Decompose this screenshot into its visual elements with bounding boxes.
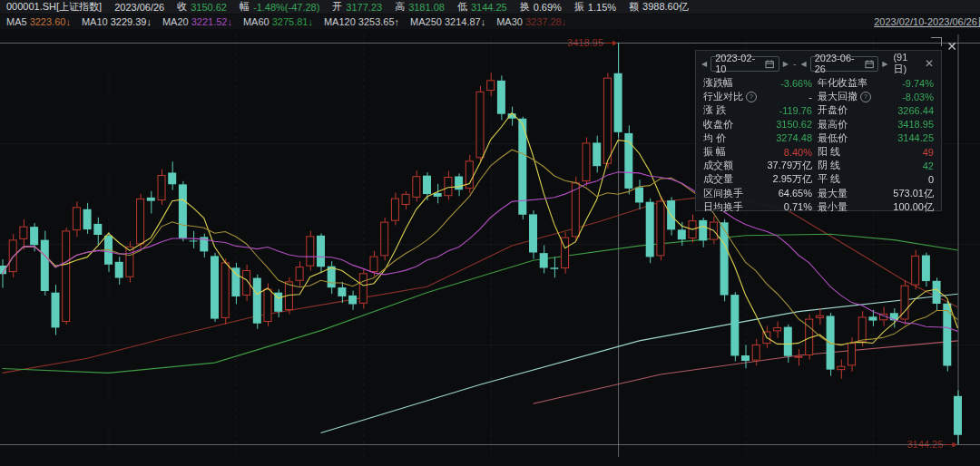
chart-area: ◀ 2023-02-10 ▶ - ◀ 2023-06-26 <box>0 29 980 466</box>
stat-label: 阳 线 <box>818 145 876 159</box>
stat-label: 日均换手 <box>703 200 760 214</box>
quote-field-label: 振 <box>574 0 584 14</box>
symbol-name[interactable]: 000001.SH[上证指数] <box>6 0 102 14</box>
stat-value: 0 <box>876 174 934 185</box>
stat-value: -119.76 <box>760 105 818 116</box>
stat-label: 均 价 <box>703 131 760 145</box>
stat-value: -8.03% <box>876 92 934 102</box>
start-date-picker[interactable]: 2023-02-10 <box>710 56 779 72</box>
info-icon[interactable]: ? <box>860 92 871 102</box>
stat-label: 振 幅 <box>703 145 760 159</box>
stat-label: 最大回撤? <box>818 90 876 103</box>
quote-field-label: 开 <box>332 0 342 14</box>
quote-field-value: 3177.23 <box>346 2 382 13</box>
stat-value: 3150.62 <box>760 119 818 130</box>
stats-panel-header: ◀ 2023-02-10 ▶ - ◀ 2023-06-26 <box>696 51 941 74</box>
start-date-value: 2023-02-10 <box>715 53 762 74</box>
end-date-prev-icon[interactable]: ◀ <box>801 60 807 68</box>
ma-value: 3223.60↓ <box>30 16 71 27</box>
ma-label: MA30 <box>496 16 523 27</box>
quote-bar: 000001.SH[上证指数] 2023/06/26 收3150.62幅-1.4… <box>0 0 980 15</box>
stat-label: 行业对比? <box>703 90 760 103</box>
stats-panel: ◀ 2023-02-10 ▶ - ◀ 2023-06-26 <box>695 50 942 211</box>
ma-legend-item: MA2503214.87↓ <box>410 16 485 27</box>
stat-value: 3144.25 <box>876 132 934 143</box>
range-days-label: (91日) <box>893 52 919 76</box>
end-date-value: 2023-06-26 <box>815 53 862 74</box>
stock-chart-app: 000001.SH[上证指数] 2023/06/26 收3150.62幅-1.4… <box>0 0 980 466</box>
quote-field: 高3181.08 <box>395 0 445 14</box>
stat-label: 涨跌幅 <box>703 76 760 90</box>
quote-field-value: 3144.25 <box>471 2 507 13</box>
info-icon[interactable]: ? <box>746 92 757 102</box>
stat-value: 3274.48 <box>760 132 818 143</box>
quote-date: 2023/06/26 <box>114 2 164 13</box>
date-range-separator: - <box>793 58 797 69</box>
stat-value: -9.74% <box>876 78 934 89</box>
ma-legend-items: MA53223.60↓MA103229.39↓MA203221.52↓MA603… <box>6 16 566 27</box>
panel-close-icon[interactable]: ✕ <box>923 57 936 70</box>
ma-value: 3229.39↓ <box>111 16 152 27</box>
stat-value: -3.66% <box>760 78 818 89</box>
quote-field-value: 3988.60亿 <box>642 0 689 14</box>
end-date-next-icon[interactable]: ▶ <box>882 60 887 68</box>
stat-label: 区间换手 <box>703 187 760 200</box>
quote-field-value: 1.15% <box>588 2 616 13</box>
quote-field-value: 3150.62 <box>191 2 227 13</box>
ma-label: MA60 <box>243 16 270 27</box>
ma-legend-item: MA1203253.65↑ <box>324 16 399 27</box>
quote-field: 幅-1.48%(-47.28) <box>240 0 319 14</box>
stat-value: 37.79万亿 <box>760 159 818 172</box>
range-label[interactable]: 2023/02/10-2023/06/26日 <box>874 15 980 29</box>
stat-label: 收盘价 <box>703 118 760 131</box>
stat-value: 8.40% <box>760 147 818 158</box>
ma-legend-item: MA53223.60↓ <box>6 16 71 27</box>
stat-label: 阴 线 <box>818 159 876 172</box>
stat-label: 成交量 <box>703 172 760 186</box>
ma-legend-item: MA103229.39↓ <box>82 16 152 27</box>
quote-field-label: 幅 <box>240 0 250 14</box>
quote-field-value: -1.48%(-47.28) <box>253 2 319 13</box>
overlay-close-icon[interactable]: ✕ <box>944 38 960 54</box>
ma-legend-item: MA303237.28↓ <box>496 16 566 27</box>
quote-field: 换0.69% <box>520 0 562 14</box>
ma-label: MA120 <box>324 16 356 27</box>
ma-value: 3275.81↓ <box>272 16 313 27</box>
stat-value: 42 <box>876 160 934 171</box>
ma-legend-item: MA203221.52↓ <box>162 16 232 27</box>
quote-field: 低3144.25 <box>457 0 507 14</box>
stat-value: 573.01亿 <box>876 187 934 200</box>
start-date-prev-icon[interactable]: ◀ <box>701 60 707 68</box>
quote-field-value: 0.69% <box>534 2 562 13</box>
stat-value: - <box>760 92 818 102</box>
stat-label: 最大量 <box>818 187 876 200</box>
stat-value: 0.71% <box>760 201 818 212</box>
quote-field-value: 3181.08 <box>408 2 445 13</box>
ma-value: 3253.65↑ <box>358 16 399 27</box>
stat-value: 100.00亿 <box>876 200 934 214</box>
end-date-picker[interactable]: 2023-06-26 <box>810 56 879 72</box>
quote-field-label: 换 <box>520 0 530 14</box>
quote-field-label: 低 <box>457 0 467 14</box>
ma-legend-bar: MA53223.60↓MA103229.39↓MA203221.52↓MA603… <box>0 15 980 29</box>
ma-value: 3237.28↓ <box>525 16 566 27</box>
quote-fields: 收3150.62幅-1.48%(-47.28)开3177.23高3181.08低… <box>177 0 689 14</box>
quote-field: 开3177.23 <box>332 0 382 14</box>
calendar-icon <box>765 59 774 69</box>
stat-value: 49 <box>876 147 934 158</box>
ma-value: 3214.87↓ <box>445 16 485 27</box>
corner-bracket-icon <box>931 37 942 46</box>
ma-label: MA250 <box>410 16 442 27</box>
ma-value: 3221.52↓ <box>191 16 232 27</box>
stat-label: 开盘价 <box>818 103 876 117</box>
stat-value: 64.65% <box>760 188 818 199</box>
stat-value: 3266.44 <box>876 105 934 116</box>
ma-label: MA5 <box>6 16 27 27</box>
stats-grid: 涨跌幅-3.66%年化收益率-9.74%行业对比?-最大回撤?-8.03%涨 跌… <box>696 74 941 214</box>
quote-field: 额3988.60亿 <box>629 0 689 14</box>
stat-label: 平 线 <box>818 172 876 186</box>
quote-field: 振1.15% <box>574 0 616 14</box>
quote-field-label: 额 <box>629 0 639 14</box>
start-date-next-icon[interactable]: ▶ <box>783 60 789 68</box>
ma-label: MA20 <box>162 16 189 27</box>
